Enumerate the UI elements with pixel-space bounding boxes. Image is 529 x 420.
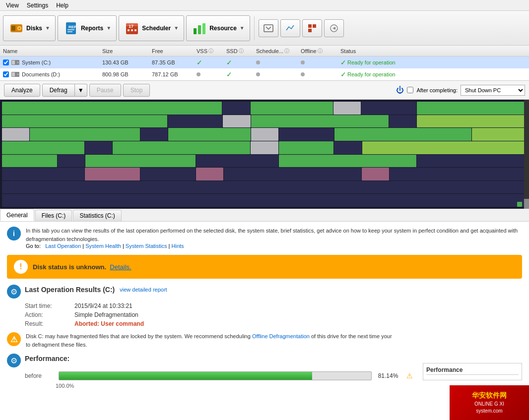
- stop-button[interactable]: Stop: [123, 84, 150, 97]
- watermark-line1: ONLINE G XI: [472, 401, 507, 408]
- last-op-section: ⚙ Last Operation Results (C:) view detai…: [7, 285, 522, 327]
- viz-block: [196, 168, 223, 180]
- defrag-button-group: Defrag ▼: [42, 84, 87, 97]
- after-completing-select[interactable]: Shut Down PC: [461, 85, 525, 96]
- disk-d-label: Documents (D:): [22, 71, 60, 77]
- disk-c-offline: [301, 60, 340, 64]
- viz-row-3: [2, 128, 527, 141]
- viz-block: [279, 128, 334, 141]
- reports-arrow-icon: ▼: [106, 25, 111, 31]
- disk-c-name: System (C:): [3, 59, 102, 66]
- viz-block: [362, 168, 389, 180]
- svg-rect-17: [264, 25, 273, 32]
- action-row: Action: Simple Defragmentation: [25, 311, 522, 318]
- menu-view[interactable]: View: [2, 1, 23, 10]
- after-completing-label: After completing:: [416, 87, 458, 93]
- disk-c-label: System (C:): [22, 60, 51, 65]
- analyze-button[interactable]: Analyze: [4, 84, 40, 97]
- resource-arrow-icon: ▼: [240, 25, 245, 31]
- reports-button[interactable]: REP Reports ▼: [58, 15, 117, 41]
- disks-button[interactable]: Disks ▼: [3, 15, 56, 41]
- viz-block: [140, 168, 196, 180]
- resource-label: Resource: [209, 25, 237, 32]
- svg-point-3: [18, 27, 20, 29]
- disk-c-free: 87.35 GB: [152, 60, 197, 65]
- toolbar-icon-btn-4[interactable]: [324, 19, 344, 37]
- after-completing-checkbox[interactable]: [407, 87, 413, 93]
- svg-rect-11: [128, 29, 130, 31]
- disk-d-icon: [11, 70, 20, 78]
- result-value: Aborted: User command: [74, 320, 144, 327]
- disks-icon: [8, 20, 24, 36]
- disk-d-ssd: ✓: [226, 70, 256, 78]
- disk-d-free: 787.12 GB: [152, 71, 197, 77]
- offline-defrag-link[interactable]: Offline Defragmentation: [252, 333, 310, 339]
- viz-row-4: [2, 141, 527, 154]
- main-content: Name Size Free VSS ⓘ SSD ⓘ Schedule... ⓘ…: [0, 46, 529, 420]
- disk-warning: ⚠ Disk C: may have fragmented files that…: [7, 332, 522, 349]
- result-label: Result:: [25, 320, 74, 327]
- link-last-operation[interactable]: Last Operation: [45, 243, 81, 249]
- tab-statistics[interactable]: Statistics (C:): [73, 210, 121, 221]
- viz-block: [334, 128, 472, 141]
- menu-help[interactable]: Help: [52, 1, 72, 10]
- disk-row-d[interactable]: Documents (D:) 800.98 GB 787.12 GB ✓ ✓ R…: [0, 68, 529, 80]
- perf-header: ⚙ Performance:: [7, 354, 413, 367]
- pause-button[interactable]: Pause: [89, 84, 121, 97]
- tab-general[interactable]: General: [0, 209, 34, 221]
- viz-block: [251, 115, 389, 128]
- col-header-vss: VSS ⓘ: [197, 48, 226, 55]
- link-system-statistics[interactable]: System Statistics: [126, 243, 167, 249]
- svg-text:17: 17: [129, 24, 133, 29]
- viz-scrollbar[interactable]: [524, 100, 529, 209]
- viz-block: [279, 141, 334, 154]
- defrag-button[interactable]: Defrag: [42, 84, 75, 97]
- disk-c-vss: ✓: [197, 59, 226, 66]
- link-hints[interactable]: Hints: [172, 243, 184, 249]
- col-header-schedule: Schedule... ⓘ: [256, 48, 301, 55]
- viz-block: [334, 141, 361, 154]
- viz-block: [417, 102, 527, 115]
- col-header-name: Name: [3, 48, 102, 54]
- viz-block: [390, 168, 527, 180]
- scheduler-icon: 17: [124, 20, 140, 36]
- last-op-title: Last Operation Results (C:) view detaile…: [25, 286, 167, 294]
- svg-text:REP: REP: [68, 25, 77, 29]
- defrag-dropdown-button[interactable]: ▼: [75, 84, 87, 97]
- viz-block: [333, 102, 361, 115]
- toolbar-icon-btn-3[interactable]: [302, 19, 322, 37]
- view-report-link[interactable]: view detailed report: [120, 287, 167, 293]
- menu-settings[interactable]: Settings: [23, 1, 52, 10]
- viz-row-6: [2, 168, 527, 180]
- disk-c-ssd: ✓: [226, 59, 256, 66]
- viz-block: [2, 181, 527, 194]
- link-system-health[interactable]: System Health: [85, 243, 121, 249]
- svg-rect-6: [67, 29, 74, 30]
- perf-100-label: 100.0%: [56, 383, 74, 389]
- warning-details-link[interactable]: Details.: [110, 263, 131, 271]
- disk-row-c[interactable]: System (C:) 130.43 GB 87.35 GB ✓ ✓ ✓ Rea…: [0, 57, 529, 68]
- disk-d-schedule: [256, 72, 301, 76]
- viz-block: [168, 115, 223, 128]
- reports-label: Reports: [81, 25, 103, 32]
- last-op-details: Start time: 2015/9/24 at 10:33:21 Action…: [25, 302, 522, 327]
- svg-rect-13: [134, 29, 136, 31]
- toolbar-icon-btn-1[interactable]: [259, 19, 278, 37]
- warning-text: Disk status is unknown. Details.: [33, 263, 132, 271]
- action-value: Simple Defragmentation: [74, 311, 138, 318]
- svg-rect-15: [198, 25, 201, 34]
- perf-left: ⚙ Performance: before 81.14% ⚠ 100.0%: [7, 354, 413, 389]
- resource-button[interactable]: Resource ▼: [186, 15, 250, 41]
- disk-c-checkbox[interactable]: [3, 60, 9, 65]
- viz-block: [85, 141, 112, 154]
- info-icon: i: [7, 227, 21, 240]
- viz-block: [362, 141, 527, 154]
- toolbar-icon-btn-2[interactable]: [280, 19, 300, 37]
- result-row: Result: Aborted: User command: [25, 320, 522, 327]
- disk-d-vss: [197, 72, 226, 76]
- scheduler-button[interactable]: 17 Scheduler ▼: [119, 15, 184, 41]
- col-header-status: Status: [340, 48, 526, 54]
- disks-arrow-icon: ▼: [45, 25, 50, 31]
- disk-d-checkbox[interactable]: [3, 71, 9, 77]
- tab-files[interactable]: Files (C:): [35, 210, 72, 221]
